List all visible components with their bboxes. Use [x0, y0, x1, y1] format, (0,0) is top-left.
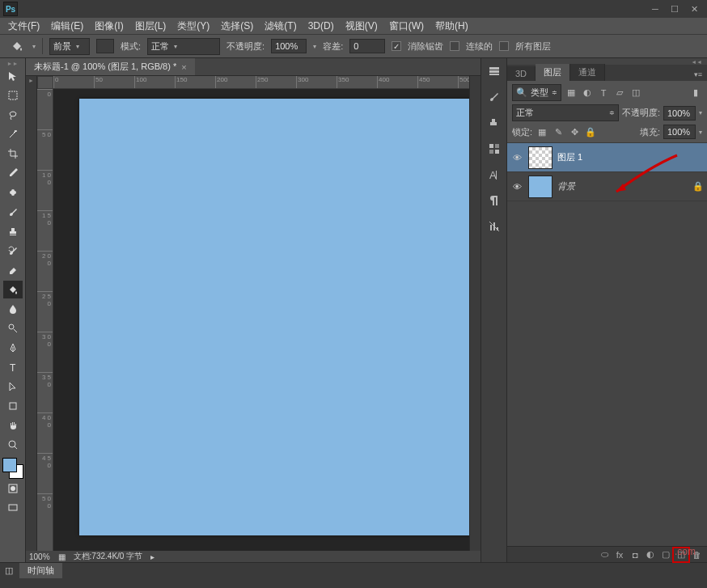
eraser-tool[interactable] — [3, 261, 23, 279]
menu-3d[interactable]: 3D(D) — [303, 19, 339, 33]
ruler-horizontal[interactable]: 050100150200250300350400450500 — [53, 76, 469, 89]
left-collapse-strip[interactable]: ► — [26, 76, 37, 551]
pen-tool[interactable] — [3, 339, 23, 357]
quickmask-tool[interactable] — [3, 480, 23, 497]
doc-info[interactable]: 文档:732.4K/0 字节 — [74, 551, 143, 562]
tools-handle[interactable]: ►► — [0, 60, 25, 66]
stamp-tool[interactable] — [3, 222, 23, 240]
layer-list[interactable]: 👁 图层 1 👁 背景 🔒 — [507, 143, 707, 546]
filter-pixel-icon[interactable]: ▦ — [565, 87, 578, 99]
lock-position-icon[interactable]: ✥ — [568, 126, 581, 137]
menu-layer[interactable]: 图层(L) — [130, 18, 171, 35]
menu-filter[interactable]: 滤镜(T) — [260, 18, 301, 35]
tab-3d[interactable]: 3D — [507, 66, 536, 81]
lock-pixel-icon[interactable]: ✎ — [552, 126, 565, 137]
lock-transparent-icon[interactable]: ▦ — [536, 126, 548, 137]
adjust-panel-icon[interactable] — [485, 218, 503, 235]
visibility-icon[interactable]: 👁 — [510, 180, 523, 193]
crop-tool[interactable] — [3, 145, 23, 163]
layer-filter-dropdown[interactable]: 🔍类型≑ — [512, 84, 561, 101]
ruler-vertical[interactable]: 05 01 0 01 5 02 0 02 5 03 0 03 5 04 0 04… — [37, 89, 53, 551]
color-swatches[interactable] — [2, 458, 23, 479]
layer-thumbnail[interactable] — [528, 146, 552, 169]
pattern-swatch[interactable] — [96, 39, 114, 53]
menu-window[interactable]: 窗口(W) — [384, 18, 429, 35]
fg-color[interactable] — [2, 458, 17, 472]
document-tab[interactable]: 未标题-1 @ 100% (图层 1, RGB/8) * × — [26, 58, 195, 75]
layer-opacity-input[interactable]: 100% — [663, 106, 696, 121]
tab-layers[interactable]: 图层 — [536, 64, 570, 81]
menu-help[interactable]: 帮助(H) — [430, 18, 473, 35]
filter-toggle[interactable]: ▮ — [689, 87, 702, 99]
swatch-panel-icon[interactable] — [485, 141, 503, 157]
brush-tool[interactable] — [3, 203, 23, 221]
zoom-tool[interactable] — [3, 436, 23, 454]
minimize-button[interactable]: ─ — [646, 2, 665, 15]
para-panel-icon[interactable] — [485, 192, 503, 209]
menu-image[interactable]: 图像(I) — [90, 18, 128, 35]
tolerance-input[interactable]: 0 — [349, 39, 385, 53]
antialias-checkbox[interactable] — [392, 41, 401, 51]
menu-view[interactable]: 视图(V) — [341, 18, 383, 35]
panel-menu-icon[interactable]: ▾≡ — [689, 68, 707, 81]
shape-tool[interactable] — [3, 397, 23, 415]
layer-row[interactable]: 👁 图层 1 — [507, 143, 707, 172]
path-select-tool[interactable] — [3, 378, 23, 396]
all-layers-checkbox[interactable] — [499, 41, 509, 51]
delete-layer-icon[interactable]: 🗑 — [689, 548, 704, 561]
close-button[interactable]: ✕ — [684, 2, 704, 15]
filter-type-icon[interactable]: T — [597, 87, 610, 99]
maximize-button[interactable]: ☐ — [665, 2, 684, 15]
blur-tool[interactable] — [3, 300, 23, 318]
tab-channels[interactable]: 通道 — [570, 64, 605, 81]
clone-panel-icon[interactable] — [485, 115, 503, 131]
filter-shape-icon[interactable]: ▱ — [613, 87, 626, 99]
history-panel-icon[interactable] — [485, 63, 503, 79]
filter-adjust-icon[interactable]: ◐ — [581, 87, 594, 99]
link-layers-icon[interactable]: ⬭ — [597, 548, 612, 561]
timeline-tab[interactable]: 时间轴 — [19, 563, 62, 578]
fill-input[interactable]: 100% — [663, 125, 696, 139]
layer-name[interactable]: 图层 1 — [557, 151, 582, 163]
right-collapse-strip[interactable] — [469, 76, 481, 551]
mask-icon[interactable]: ◘ — [628, 548, 642, 561]
tool-preset-caret[interactable]: ▾ — [32, 43, 36, 50]
wand-tool[interactable] — [3, 125, 23, 143]
type-tool[interactable]: T — [3, 358, 23, 376]
visibility-icon[interactable]: 👁 — [510, 151, 523, 164]
layer-row[interactable]: 👁 背景 🔒 — [507, 172, 707, 201]
history-brush-tool[interactable] — [3, 242, 23, 260]
contiguous-checkbox[interactable] — [450, 41, 459, 51]
eyedropper-tool[interactable] — [3, 164, 23, 182]
fill-source-dropdown[interactable]: 前景▾ — [49, 38, 90, 55]
new-layer-icon[interactable]: ◫ — [674, 548, 688, 561]
document-tab-close[interactable]: × — [181, 62, 186, 72]
group-icon[interactable]: ▢ — [658, 548, 673, 561]
menu-file[interactable]: 文件(F) — [3, 18, 44, 35]
blend-mode-dropdown[interactable]: 正常≑ — [512, 104, 619, 121]
menu-edit[interactable]: 编辑(E) — [46, 18, 88, 35]
menu-select[interactable]: 选择(S) — [216, 18, 258, 35]
screenmode-tool[interactable] — [3, 499, 23, 517]
layer-name[interactable]: 背景 — [557, 180, 575, 192]
brush-panel-icon[interactable] — [485, 89, 503, 105]
adjustment-layer-icon[interactable]: ◐ — [643, 548, 658, 561]
layer-thumbnail[interactable] — [528, 176, 552, 198]
doc-info-caret[interactable]: ▸ — [150, 552, 155, 561]
timeline-handle-icon[interactable]: ◫ — [5, 565, 13, 576]
heal-tool[interactable] — [3, 184, 23, 201]
blend-mode-dropdown[interactable]: 正常▾ — [147, 38, 220, 55]
menu-type[interactable]: 类型(Y) — [172, 18, 214, 35]
fx-icon[interactable]: fx — [612, 548, 627, 561]
lasso-tool[interactable] — [3, 106, 23, 124]
nav-icon[interactable]: ▦ — [58, 552, 66, 561]
move-tool[interactable] — [3, 67, 23, 85]
canvas[interactable] — [79, 99, 469, 535]
canvas-viewport[interactable] — [53, 89, 469, 551]
marquee-tool[interactable] — [3, 87, 23, 104]
bucket-tool[interactable] — [3, 281, 23, 298]
zoom-level[interactable]: 100% — [29, 552, 50, 561]
lock-all-icon[interactable]: 🔒 — [584, 126, 597, 137]
char-panel-icon[interactable]: A — [485, 167, 503, 183]
hand-tool[interactable] — [3, 417, 23, 434]
